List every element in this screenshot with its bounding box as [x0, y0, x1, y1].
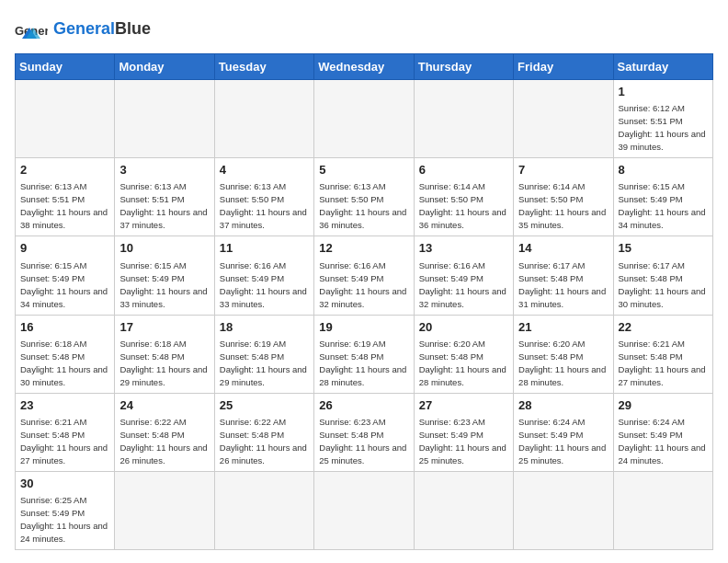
day-number: 28: [518, 397, 608, 414]
day-number: 25: [220, 397, 309, 414]
empty-cell: [514, 471, 613, 549]
col-wednesday: Wednesday: [314, 54, 414, 80]
table-row: 4 Sunrise: 6:13 AMSunset: 5:50 PMDayligh…: [214, 158, 313, 236]
day-info: Sunrise: 6:19 AMSunset: 5:48 PMDaylight:…: [319, 339, 406, 387]
table-row: 3 Sunrise: 6:13 AMSunset: 5:51 PMDayligh…: [115, 158, 214, 236]
table-row: 8 Sunrise: 6:15 AMSunset: 5:49 PMDayligh…: [613, 158, 712, 236]
table-row: 19 Sunrise: 6:19 AMSunset: 5:48 PMDaylig…: [314, 315, 414, 393]
day-info: Sunrise: 6:22 AMSunset: 5:48 PMDaylight:…: [119, 417, 207, 465]
table-row: 16 Sunrise: 6:18 AMSunset: 5:48 PMDaylig…: [16, 315, 115, 393]
day-info: Sunrise: 6:22 AMSunset: 5:48 PMDaylight:…: [220, 417, 307, 465]
table-row: 30 Sunrise: 6:25 AMSunset: 5:49 PMDaylig…: [16, 471, 115, 549]
table-row: 24 Sunrise: 6:22 AMSunset: 5:48 PMDaylig…: [115, 393, 214, 471]
day-number: 13: [419, 240, 508, 257]
empty-cell: [314, 471, 414, 549]
col-saturday: Saturday: [613, 54, 712, 80]
day-info: Sunrise: 6:15 AMSunset: 5:49 PMDaylight:…: [119, 260, 207, 309]
day-number: 2: [20, 162, 109, 178]
day-info: Sunrise: 6:24 AMSunset: 5:49 PMDaylight:…: [619, 417, 706, 465]
day-info: Sunrise: 6:16 AMSunset: 5:49 PMDaylight:…: [419, 260, 506, 309]
empty-cell: [16, 80, 115, 158]
day-info: Sunrise: 6:18 AMSunset: 5:48 PMDaylight:…: [119, 339, 207, 387]
day-number: 6: [419, 162, 508, 178]
day-info: Sunrise: 6:21 AMSunset: 5:48 PMDaylight:…: [619, 339, 706, 387]
col-sunday: Sunday: [16, 54, 115, 80]
day-info: Sunrise: 6:16 AMSunset: 5:49 PMDaylight:…: [319, 260, 406, 309]
table-row: 9 Sunrise: 6:15 AMSunset: 5:49 PMDayligh…: [16, 236, 115, 315]
day-number: 15: [619, 240, 708, 257]
day-number: 18: [220, 319, 309, 336]
day-info: Sunrise: 6:17 AMSunset: 5:48 PMDaylight:…: [619, 260, 706, 309]
day-info: Sunrise: 6:23 AMSunset: 5:48 PMDaylight:…: [319, 417, 406, 465]
day-number: 29: [619, 397, 708, 414]
day-number: 26: [319, 397, 408, 414]
page: General GeneralBlue Sunday Monday Tuesda…: [0, 0, 728, 563]
day-info: Sunrise: 6:15 AMSunset: 5:49 PMDaylight:…: [619, 181, 706, 230]
empty-cell: [115, 471, 214, 549]
table-row: 17 Sunrise: 6:18 AMSunset: 5:48 PMDaylig…: [115, 315, 214, 393]
day-number: 22: [619, 319, 708, 336]
day-info: Sunrise: 6:13 AMSunset: 5:51 PMDaylight:…: [119, 181, 207, 230]
day-info: Sunrise: 6:14 AMSunset: 5:50 PMDaylight:…: [419, 181, 506, 230]
logo: General GeneralBlue: [15, 15, 151, 42]
table-row: 13 Sunrise: 6:16 AMSunset: 5:49 PMDaylig…: [414, 236, 513, 315]
day-number: 21: [518, 319, 608, 336]
table-row: 2 Sunrise: 6:13 AMSunset: 5:51 PMDayligh…: [16, 158, 115, 236]
empty-cell: [214, 80, 313, 158]
day-number: 23: [20, 397, 109, 414]
table-row: 23 Sunrise: 6:21 AMSunset: 5:48 PMDaylig…: [16, 393, 115, 471]
table-row: 29 Sunrise: 6:24 AMSunset: 5:49 PMDaylig…: [613, 393, 712, 471]
day-info: Sunrise: 6:18 AMSunset: 5:48 PMDaylight:…: [20, 339, 108, 387]
col-thursday: Thursday: [414, 54, 513, 80]
day-number: 11: [220, 240, 309, 257]
day-number: 1: [619, 84, 708, 100]
day-number: 17: [119, 319, 209, 336]
table-row: 21 Sunrise: 6:20 AMSunset: 5:48 PMDaylig…: [514, 315, 613, 393]
day-info: Sunrise: 6:13 AMSunset: 5:50 PMDaylight:…: [319, 181, 406, 230]
table-row: 14 Sunrise: 6:17 AMSunset: 5:48 PMDaylig…: [514, 236, 613, 315]
table-row: 15 Sunrise: 6:17 AMSunset: 5:48 PMDaylig…: [613, 236, 712, 315]
empty-cell: [115, 80, 214, 158]
empty-cell: [414, 471, 513, 549]
table-row: 10 Sunrise: 6:15 AMSunset: 5:49 PMDaylig…: [115, 236, 214, 315]
day-number: 3: [119, 162, 209, 178]
table-row: 1 Sunrise: 6:12 AMSunset: 5:51 PMDayligh…: [613, 80, 712, 158]
day-number: 7: [518, 162, 608, 178]
day-info: Sunrise: 6:25 AMSunset: 5:49 PMDaylight:…: [20, 495, 108, 544]
empty-cell: [613, 471, 712, 549]
table-row: 26 Sunrise: 6:23 AMSunset: 5:48 PMDaylig…: [314, 393, 414, 471]
day-number: 20: [419, 319, 508, 336]
day-info: Sunrise: 6:13 AMSunset: 5:51 PMDaylight:…: [20, 181, 108, 230]
table-row: 11 Sunrise: 6:16 AMSunset: 5:49 PMDaylig…: [214, 236, 313, 315]
day-number: 8: [619, 162, 708, 178]
table-row: 12 Sunrise: 6:16 AMSunset: 5:49 PMDaylig…: [314, 236, 414, 315]
day-info: Sunrise: 6:17 AMSunset: 5:48 PMDaylight:…: [518, 260, 606, 309]
day-number: 12: [319, 240, 408, 257]
day-number: 10: [119, 240, 209, 257]
day-number: 4: [220, 162, 309, 178]
header: General GeneralBlue: [15, 15, 713, 42]
day-info: Sunrise: 6:12 AMSunset: 5:51 PMDaylight:…: [619, 103, 706, 152]
calendar-table: Sunday Monday Tuesday Wednesday Thursday…: [15, 53, 713, 550]
table-row: 5 Sunrise: 6:13 AMSunset: 5:50 PMDayligh…: [314, 158, 414, 236]
day-number: 14: [518, 240, 608, 257]
table-row: 27 Sunrise: 6:23 AMSunset: 5:49 PMDaylig…: [414, 393, 513, 471]
day-info: Sunrise: 6:15 AMSunset: 5:49 PMDaylight:…: [20, 260, 108, 309]
col-tuesday: Tuesday: [214, 54, 313, 80]
day-info: Sunrise: 6:20 AMSunset: 5:48 PMDaylight:…: [518, 339, 606, 387]
empty-cell: [314, 80, 414, 158]
day-number: 19: [319, 319, 408, 336]
day-number: 30: [20, 476, 109, 492]
day-number: 16: [20, 319, 109, 336]
day-info: Sunrise: 6:23 AMSunset: 5:49 PMDaylight:…: [419, 417, 506, 465]
day-info: Sunrise: 6:21 AMSunset: 5:48 PMDaylight:…: [20, 417, 108, 465]
day-info: Sunrise: 6:20 AMSunset: 5:48 PMDaylight:…: [419, 339, 506, 387]
day-number: 24: [119, 397, 209, 414]
table-row: 18 Sunrise: 6:19 AMSunset: 5:48 PMDaylig…: [214, 315, 313, 393]
logo-text: GeneralBlue: [53, 19, 151, 38]
day-number: 9: [20, 240, 109, 257]
empty-cell: [414, 80, 513, 158]
empty-cell: [514, 80, 613, 158]
table-row: 22 Sunrise: 6:21 AMSunset: 5:48 PMDaylig…: [613, 315, 712, 393]
col-monday: Monday: [115, 54, 214, 80]
